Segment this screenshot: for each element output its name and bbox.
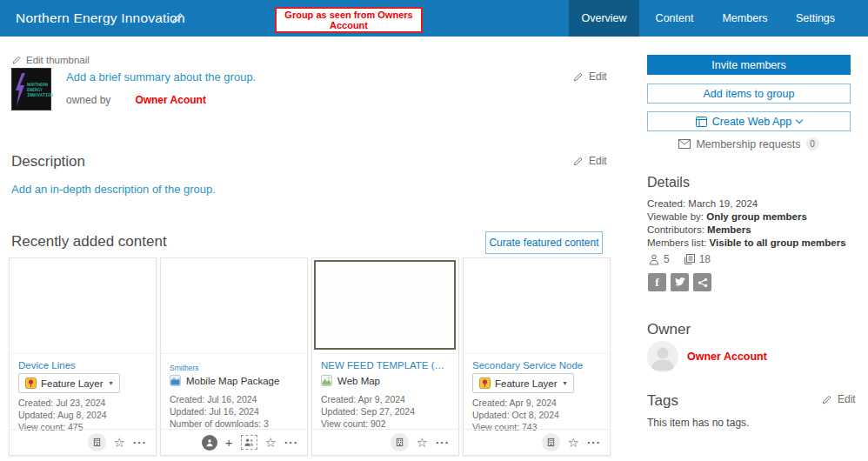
- chevron-down-icon: ▾: [564, 379, 567, 387]
- tab-members[interactable]: Members: [710, 0, 780, 37]
- item-thumbnail[interactable]: [464, 258, 610, 354]
- description-heading: Description: [11, 153, 85, 170]
- no-tags-text: This item has no tags.: [647, 417, 749, 429]
- item-type-dropdown[interactable]: Feature Layer ▾: [18, 373, 120, 393]
- add-description-link[interactable]: Add an in-depth description of the group…: [11, 183, 216, 196]
- membership-requests-label: Membership requests: [696, 138, 800, 150]
- item-updated: Updated: Oct 8, 2024: [472, 410, 559, 420]
- item-type-label: Mobile Map Package: [186, 376, 279, 386]
- edit-title-pencil-icon[interactable]: [170, 11, 184, 25]
- favorite-star-icon[interactable]: ☆: [114, 436, 125, 449]
- person-icon: [649, 254, 659, 265]
- chevron-down-icon: ▾: [110, 379, 113, 387]
- item-type-label: Web Map: [337, 376, 380, 386]
- item-title-link[interactable]: Secondary Service Node: [472, 360, 583, 371]
- item-title-link[interactable]: Device Lines: [18, 360, 76, 371]
- card-footer: ☆ ···: [464, 429, 610, 455]
- item-created: Created: Apr 9, 2024: [321, 394, 405, 404]
- member-count: 5: [649, 253, 670, 265]
- create-web-app-label: Create Web App: [712, 116, 792, 128]
- item-thumbnail[interactable]: [312, 258, 458, 354]
- owner-link[interactable]: Owner Acount: [135, 94, 206, 106]
- thumbnail-text: NORTHERN ENERGY INNOVATION: [27, 82, 53, 97]
- annotation-text: Group as seen from Owners Account: [277, 9, 421, 30]
- tab-settings[interactable]: Settings: [780, 0, 851, 37]
- edit-thumbnail-label: Edit thumbnail: [26, 55, 90, 65]
- group-title: Northern Energy Innovation: [16, 10, 185, 26]
- item-created: Created: Apr 9, 2024: [472, 398, 557, 408]
- invite-members-button[interactable]: Invite members: [647, 55, 851, 75]
- group-overview-page: Northern Energy Innovation Group as seen…: [0, 0, 868, 461]
- group-counts-row: 5 18: [649, 253, 711, 265]
- edit-label: Edit: [838, 393, 856, 405]
- add-icon[interactable]: +: [225, 436, 233, 449]
- owned-by-label: owned by: [66, 94, 110, 106]
- private-person-icon[interactable]: [202, 435, 217, 451]
- share-icon[interactable]: [693, 273, 711, 291]
- content-card-new-feed-template: NEW FEED TEMPLATE (DO NOT USE) Web Map C…: [311, 257, 459, 456]
- edit-summary-button[interactable]: Edit: [572, 70, 607, 83]
- membership-requests-count: 0: [806, 137, 819, 150]
- item-updated: Updated: Sep 27, 2024: [321, 406, 415, 417]
- more-options-icon[interactable]: ···: [133, 437, 147, 448]
- edit-thumbnail-button[interactable]: Edit thumbnail: [11, 55, 90, 65]
- envelope-icon: [678, 139, 691, 149]
- organization-shared-icon[interactable]: [542, 433, 560, 451]
- item-title-link[interactable]: Smithers: [170, 364, 199, 372]
- edit-description-button[interactable]: Edit: [572, 155, 607, 167]
- owner-heading: Owner: [647, 321, 691, 338]
- feature-layer-icon: [479, 377, 491, 389]
- item-updated: Updated: Aug 8, 2024: [18, 410, 107, 420]
- item-count: 18: [684, 253, 711, 265]
- feature-layer-icon: [25, 377, 37, 389]
- item-type-label: Feature Layer: [41, 378, 103, 389]
- add-items-to-group-button[interactable]: Add items to group: [647, 84, 851, 104]
- create-web-app-button[interactable]: Create Web App: [647, 111, 851, 131]
- group-share-icon[interactable]: [241, 435, 257, 450]
- mobile-map-package-icon: [170, 375, 181, 386]
- owner-avatar[interactable]: [647, 341, 678, 372]
- pencil-icon: [821, 394, 832, 405]
- tab-bar: Overview Content Members Settings: [569, 0, 851, 37]
- tab-content[interactable]: Content: [639, 0, 710, 37]
- detail-members-list: Members list: Visible to all group membe…: [647, 237, 846, 248]
- add-summary-link[interactable]: Add a brief summary about the group.: [66, 70, 256, 84]
- organization-shared-icon[interactable]: [391, 433, 409, 451]
- item-type-label: Feature Layer: [495, 378, 558, 389]
- favorite-star-icon[interactable]: ☆: [568, 436, 579, 449]
- detail-viewable-by: Viewable by: Only group members: [647, 211, 807, 222]
- favorite-star-icon[interactable]: ☆: [417, 436, 428, 449]
- items-icon: [684, 254, 695, 265]
- detail-created: Created: March 19, 2024: [647, 198, 758, 209]
- edit-tags-button[interactable]: Edit: [821, 393, 856, 405]
- content-card-secondary-service-node: Secondary Service Node Feature Layer ▾ C…: [463, 257, 611, 456]
- pencil-icon: [11, 55, 22, 65]
- twitter-icon[interactable]: [671, 273, 689, 291]
- item-view-count: View count: 902: [321, 418, 386, 429]
- item-download-count: Number of downloads: 3: [170, 418, 269, 429]
- web-map-icon: [321, 375, 332, 386]
- tags-heading: Tags: [647, 392, 678, 410]
- membership-requests-button[interactable]: Membership requests 0: [647, 137, 851, 150]
- item-type-row: Web Map: [321, 375, 380, 386]
- item-created: Created: Jul 16, 2024: [170, 394, 257, 404]
- item-title-link[interactable]: NEW FEED TEMPLATE (DO NOT USE): [321, 360, 451, 371]
- facebook-icon[interactable]: f: [648, 273, 666, 291]
- more-options-icon[interactable]: ···: [436, 437, 450, 448]
- app-icon: [696, 117, 707, 127]
- edit-label: Edit: [589, 70, 607, 83]
- owner-account-link[interactable]: Owner Account: [687, 351, 767, 363]
- curate-featured-content-button[interactable]: Curate featured content: [485, 231, 603, 254]
- item-thumbnail[interactable]: [10, 258, 156, 354]
- more-options-icon[interactable]: ···: [587, 437, 601, 448]
- organization-shared-icon[interactable]: [88, 433, 106, 451]
- recent-content-heading: Recently added content: [11, 233, 167, 251]
- pencil-icon: [572, 71, 584, 83]
- header-bar: Northern Energy Innovation Group as seen…: [0, 0, 868, 37]
- item-type-dropdown[interactable]: Feature Layer ▾: [472, 373, 574, 393]
- tab-overview[interactable]: Overview: [569, 0, 639, 37]
- detail-contributors: Contributors: Members: [647, 224, 751, 235]
- favorite-star-icon[interactable]: ☆: [265, 436, 277, 449]
- more-options-icon[interactable]: ···: [284, 437, 298, 448]
- item-thumbnail[interactable]: [161, 258, 307, 354]
